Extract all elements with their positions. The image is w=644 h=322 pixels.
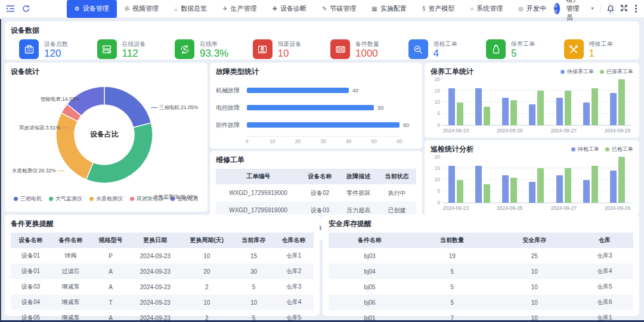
fault-bar-chart: 机械故障40电控故障50部件故障600102030405060 [216,82,416,144]
bar-group [523,79,550,125]
pie-center-label: 设备占比 [90,129,119,140]
refresh-icon[interactable] [22,5,30,13]
main-menu: ⚙设备管理✇视频管理⌂数据总览✈生产管理✚设备诊断✎节碳管理▦实施配置§资产模型… [67,0,554,18]
table-header: 设备名称 [11,233,51,248]
divider [600,5,601,13]
stat-value: 1 [589,48,613,59]
nav-item-5[interactable]: ✚设备诊断 [265,0,314,18]
hbar-value: 50 [377,105,383,111]
bar-group [469,79,496,125]
scrapped-device-icon [253,39,273,59]
bar [537,168,544,203]
bar [556,175,563,203]
x-axis-labels: 2024-09-232024-09-252024-09-272024-09-29 [442,126,631,134]
nav-item-1[interactable]: ⚙设备管理 [67,0,117,18]
bank-icon: ▦ [371,6,377,12]
bar [448,88,455,125]
stat-value: 4 [434,48,457,59]
pie-label: 三相电机:21.05% [149,104,198,112]
legend-item[interactable]: 待检工单 [571,145,599,153]
repair-orders-title: 维修工单 [216,155,416,165]
legend-item[interactable]: 已保养工单 [600,68,633,76]
stat-card-3: %在线率93.3% [166,39,244,59]
bar [618,79,625,125]
bar-group [469,157,496,203]
legend-item[interactable]: 大气监测仪 [49,195,82,203]
bar-group [523,157,550,203]
hbar-category: 部件故障 [216,121,247,129]
bar-group [604,79,631,125]
table-row: 设备01球阀P2024-09-231015仓库1 [11,248,314,264]
hbar-bar: 50 [247,105,374,110]
bar [537,91,544,125]
hbar-row: 电控故障50 [216,99,416,116]
pen-icon: ✎ [322,6,327,12]
nav-item-6[interactable]: ✎节碳管理 [314,0,364,18]
spare-replace-title: 备件更换提醒 [11,219,314,229]
video-camera-icon: ✇ [125,6,129,12]
bar-group [604,157,631,203]
window-edge-left [0,19,1,322]
legend-item[interactable]: 待保养工单 [561,68,594,76]
safety-stock-title: 安全库存提醒 [329,219,633,229]
table-header: 当前状态 [377,169,416,184]
nav-item-8[interactable]: §资产模型 [414,0,463,18]
inspection-bar-chart: 201510502024-09-232024-09-252024-09-2720… [431,157,633,211]
maintenance-chart-panel: 保养工单统计 待保养工单已保养工单 201510502024-09-232024… [425,63,639,138]
avatar[interactable]: 租管 [554,3,560,14]
pie-label: 水质检测仪:26.32% [12,168,66,175]
table-header: 规格型号 [91,233,131,248]
pie-label: 智能电表:14.03% [41,96,89,103]
table-header: 当前数量 [411,233,493,248]
legend-item[interactable]: 水质检测仪 [89,195,123,203]
stat-value: 5 [511,48,535,59]
bar [502,98,509,125]
bar [510,100,517,125]
bar [475,166,482,203]
bar [448,166,455,203]
building-icon [19,39,39,59]
stat-label: 保养工单 [511,40,535,48]
table-header: 故障描述 [339,169,378,184]
legend-item[interactable]: 三相电机 [14,195,42,203]
bar [592,88,598,125]
table-header: 备件名称 [51,233,91,248]
nav-item-3[interactable]: ⌂数据总览 [166,0,215,18]
pie-label: 双效浓缩器:3.51% [19,125,70,132]
safety-stock-panel: 安全库存提醒 备件名称当前数量安全库存仓库bj031925仓库3bj04510仓… [323,215,639,316]
inspection-chart-title: 巡检统计分析 [431,144,473,154]
bar [484,107,490,125]
legend-item[interactable]: 已检工单 [605,145,633,153]
stat-card-5: 备件数量1000 [322,39,400,59]
hbar-x-axis: 0102030405060 [247,136,400,144]
nav-item-2[interactable]: ✇视频管理 [117,0,166,18]
user-name[interactable]: 租户管理员 [566,0,584,22]
nav-item-10[interactable]: ◎开发中 [510,0,554,18]
nav-item-4[interactable]: ✈生产管理 [215,0,264,18]
system-icon: ○ [470,6,473,12]
chevron-down-icon[interactable]: ▼ [590,6,595,11]
dev-icon: ◎ [518,6,524,12]
fullscreen-icon[interactable] [620,4,628,14]
table-row: bj04510仓库4 [329,264,633,279]
nav-item-7[interactable]: ▦实施配置 [364,0,414,18]
pie-label: 大气监测仪:35.09% [143,194,197,201]
bar-group [496,79,523,125]
notification-bell-icon[interactable] [607,2,614,16]
diagnose-icon: ✚ [273,6,277,12]
bar [583,180,590,203]
repair-icon [564,39,584,59]
bar [592,166,598,203]
spare-parts-icon [330,39,350,59]
hbar-value: 40 [352,88,358,94]
collapse-menu-icon[interactable] [6,5,15,13]
fault-type-panel: 故障类型统计 机械故障40电控故障50部件故障600102030405060 [210,63,422,148]
more-options-icon[interactable] [634,5,638,13]
stat-value: 93.3% [200,48,228,59]
nav-item-9[interactable]: ○系统管理 [462,0,510,18]
gear-icon: ⚙ [75,6,80,12]
bar [475,88,482,125]
device-pie-chart: 设备占比三相电机:21.05%大气监测仪:35.09%水质检测仪:26.32%双… [11,77,202,194]
hbar-category: 电控故障 [216,104,247,112]
table-row: WXGD_17295919000设备02零件损坏执行中 [216,184,416,202]
